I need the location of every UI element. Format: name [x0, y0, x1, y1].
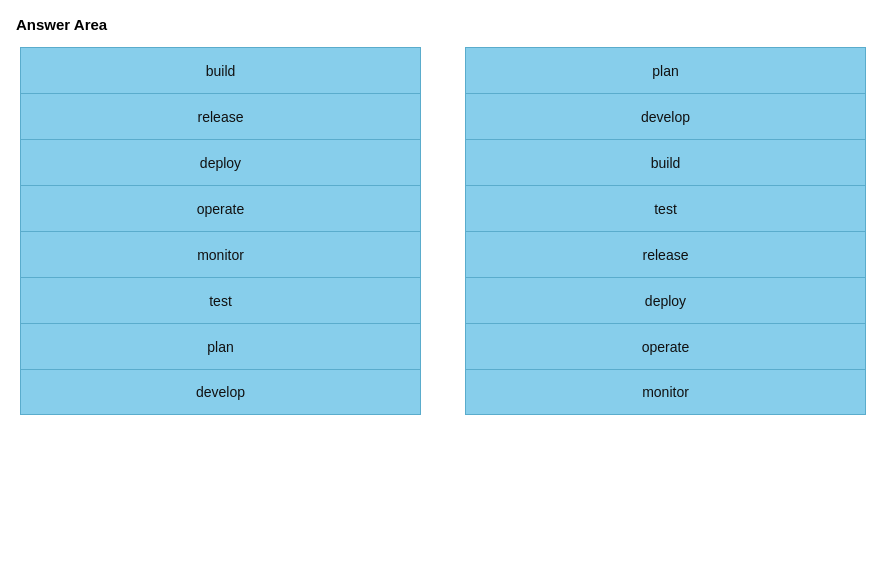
- left-item-7[interactable]: develop: [20, 369, 421, 415]
- right-column: plandevelopbuildtestreleasedeployoperate…: [465, 47, 866, 415]
- right-item-1[interactable]: develop: [465, 93, 866, 139]
- left-column: buildreleasedeployoperatemonitortestplan…: [20, 47, 421, 415]
- right-item-2[interactable]: build: [465, 139, 866, 185]
- left-item-2[interactable]: deploy: [20, 139, 421, 185]
- left-item-5[interactable]: test: [20, 277, 421, 323]
- right-item-6[interactable]: operate: [465, 323, 866, 369]
- right-item-3[interactable]: test: [465, 185, 866, 231]
- right-item-5[interactable]: deploy: [465, 277, 866, 323]
- answer-area-title: Answer Area: [16, 16, 866, 33]
- left-item-6[interactable]: plan: [20, 323, 421, 369]
- right-item-0[interactable]: plan: [465, 47, 866, 93]
- left-item-3[interactable]: operate: [20, 185, 421, 231]
- left-item-4[interactable]: monitor: [20, 231, 421, 277]
- left-item-0[interactable]: build: [20, 47, 421, 93]
- left-item-1[interactable]: release: [20, 93, 421, 139]
- right-item-4[interactable]: release: [465, 231, 866, 277]
- columns-container: buildreleasedeployoperatemonitortestplan…: [16, 47, 866, 415]
- right-item-7[interactable]: monitor: [465, 369, 866, 415]
